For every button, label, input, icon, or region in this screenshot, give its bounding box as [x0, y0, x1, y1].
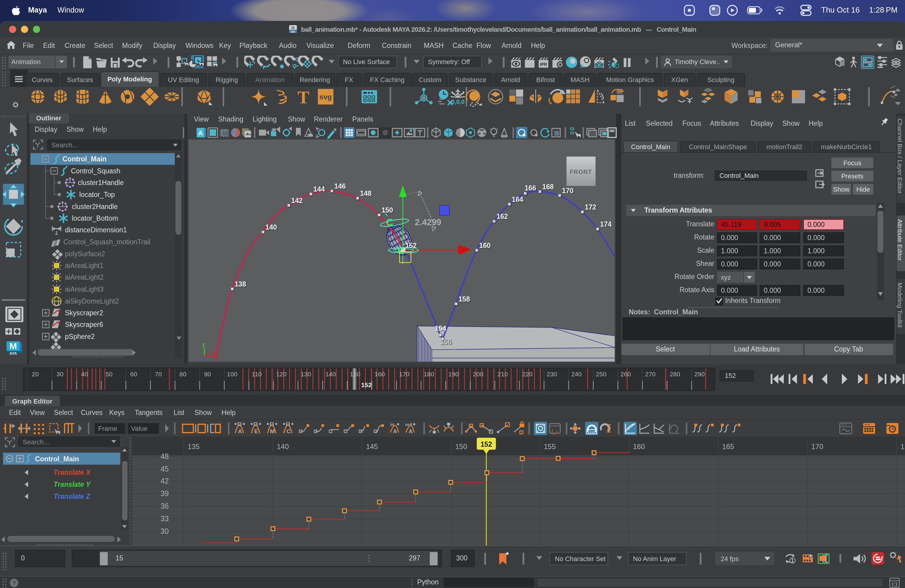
svg-text:locator_Top: locator_Top [79, 191, 114, 199]
svg-text:152: 152 [405, 242, 416, 250]
svg-text:?: ? [12, 579, 16, 586]
svg-text:Control_Squash_motionTrail: Control_Squash_motionTrail [63, 238, 150, 246]
svg-text:156: 156 [440, 338, 451, 346]
svg-text:145: 145 [366, 442, 378, 450]
svg-text:135: 135 [187, 442, 199, 450]
svg-text:aiAreaLight1: aiAreaLight1 [65, 262, 103, 269]
svg-text:M: M [270, 428, 275, 434]
svg-text:42: 42 [160, 476, 168, 485]
svg-text:y: y [202, 341, 205, 347]
svg-text:Control_Main: Control_Main [62, 155, 106, 163]
svg-text:MB: MB [291, 30, 295, 33]
svg-text:240: 240 [571, 371, 581, 378]
svg-text:Skyscraper2: Skyscraper2 [65, 309, 103, 317]
svg-text:Skyscraper6: Skyscraper6 [65, 321, 103, 329]
svg-text:120: 120 [276, 371, 286, 378]
svg-text:140: 140 [325, 371, 335, 378]
svg-text:Control_Squash: Control_Squash [71, 167, 120, 175]
svg-text:168: 168 [542, 183, 554, 191]
svg-text:Translate X: Translate X [54, 468, 91, 476]
svg-text:A: A [238, 428, 242, 434]
svg-text:50: 50 [105, 371, 112, 378]
svg-text:148: 148 [360, 189, 372, 197]
svg-text:160: 160 [633, 442, 645, 450]
svg-text:142: 142 [291, 197, 302, 205]
svg-text:280: 280 [670, 371, 680, 378]
svg-text:C: C [286, 428, 291, 434]
svg-text:30: 30 [160, 527, 168, 535]
svg-text:60: 60 [130, 371, 137, 378]
svg-text:170: 170 [562, 187, 573, 195]
svg-text:150: 150 [455, 442, 467, 450]
svg-text:250: 250 [595, 371, 606, 378]
svg-text:110: 110 [251, 371, 261, 378]
svg-text:140: 140 [265, 223, 276, 231]
svg-text:174: 174 [600, 220, 611, 228]
svg-text:190: 190 [448, 371, 459, 378]
svg-text:aiAreaLight2: aiAreaLight2 [65, 273, 103, 281]
svg-text:T: T [297, 87, 310, 107]
svg-text:FRONT: FRONT [570, 168, 592, 175]
svg-text:160: 160 [374, 371, 384, 378]
svg-text:164: 164 [511, 195, 523, 203]
svg-text:AYA: AYA [9, 351, 17, 355]
svg-text:200: 200 [473, 371, 483, 378]
svg-text:0,0,0: 0,0,0 [451, 98, 464, 105]
svg-text:144: 144 [313, 185, 325, 193]
svg-text:Value: Value [131, 425, 148, 432]
svg-text:{;}: {;} [892, 581, 897, 587]
svg-text:M: M [292, 25, 295, 30]
svg-text:90: 90 [204, 371, 211, 378]
svg-text:aiSkyDomeLight2: aiSkyDomeLight2 [65, 297, 119, 305]
svg-text:80: 80 [179, 371, 186, 378]
svg-text:out: out [405, 422, 412, 427]
svg-text:x: x [212, 350, 215, 356]
svg-text:Translate Z: Translate Z [54, 492, 90, 500]
svg-text:cluster2Handle: cluster2Handle [71, 203, 117, 210]
svg-text:20: 20 [32, 371, 38, 378]
svg-text:130: 130 [300, 371, 311, 378]
svg-text:170: 170 [399, 371, 409, 378]
svg-text:155: 155 [543, 442, 556, 450]
svg-text:150: 150 [381, 206, 393, 214]
svg-text:30: 30 [56, 371, 63, 378]
svg-text:138: 138 [234, 280, 246, 288]
svg-text:1: 1 [900, 442, 904, 450]
svg-text:180: 180 [424, 371, 434, 378]
svg-text:152: 152 [361, 381, 372, 388]
svg-text:210: 210 [497, 371, 508, 378]
svg-text:x: x [580, 61, 584, 68]
svg-text:E: E [254, 428, 258, 434]
svg-text:166: 166 [524, 184, 536, 192]
svg-text:146: 146 [334, 182, 345, 190]
svg-text:270: 270 [645, 371, 655, 378]
svg-text:290: 290 [694, 371, 705, 378]
svg-text:172: 172 [584, 203, 596, 211]
svg-text:160: 160 [479, 242, 490, 250]
svg-text:Frame: Frame [98, 425, 117, 432]
svg-text:152: 152 [480, 440, 492, 448]
svg-text:polySurface2: polySurface2 [65, 250, 105, 258]
svg-text:165: 165 [722, 442, 734, 450]
svg-text:1: 1 [791, 558, 794, 564]
svg-text:svg: svg [319, 92, 332, 100]
svg-text:230: 230 [546, 371, 557, 378]
svg-text:150: 150 [349, 371, 360, 378]
svg-text:IPR: IPR [540, 62, 547, 67]
svg-text:48: 48 [160, 452, 168, 460]
svg-text:45: 45 [160, 464, 168, 473]
svg-text:aiAreaLight3: aiAreaLight3 [65, 285, 103, 293]
svg-text:40: 40 [81, 371, 88, 378]
svg-text:220: 220 [522, 371, 532, 378]
svg-text:Control_Main: Control_Main [35, 455, 79, 462]
svg-text:A: A [409, 428, 413, 434]
svg-text:cluster1Handle: cluster1Handle [78, 179, 123, 186]
svg-text:2.4299: 2.4299 [414, 217, 441, 227]
svg-text:170: 170 [811, 442, 823, 450]
svg-text:33: 33 [160, 514, 168, 523]
svg-text:distanceDimension1: distanceDimension1 [65, 226, 127, 234]
svg-text:z: z [202, 356, 204, 362]
svg-text:39: 39 [160, 489, 168, 497]
svg-text:158: 158 [458, 295, 470, 303]
svg-text:100: 100 [227, 371, 237, 378]
